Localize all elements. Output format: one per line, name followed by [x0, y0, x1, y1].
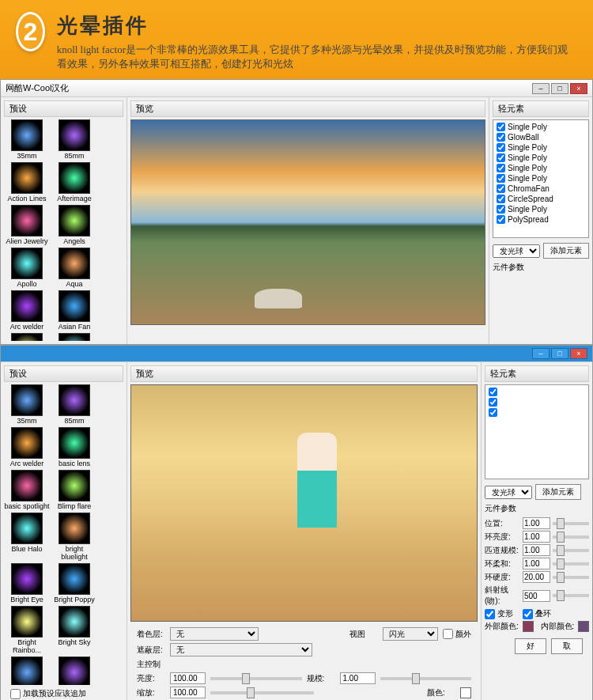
titlebar-1[interactable]: 网酷W-Cool汉化 – □ × — [1, 80, 592, 97]
maximize-icon[interactable]: □ — [551, 348, 568, 359]
preview-image-lake[interactable] — [130, 119, 485, 325]
preset-item[interactable]: basic lens — [51, 427, 97, 468]
elem-checkbox[interactable] — [497, 184, 505, 193]
minimize-icon[interactable]: – — [532, 348, 550, 359]
list-item[interactable] — [487, 407, 587, 418]
rbright-input[interactable] — [523, 531, 550, 543]
preset-item[interactable]: Arc welder — [4, 290, 50, 331]
coloring-layer-select[interactable]: 无 — [170, 627, 259, 641]
preset-item[interactable]: Asian Fan — [51, 290, 97, 331]
ok-button[interactable]: 好 — [515, 638, 546, 654]
elem-checkbox[interactable] — [497, 174, 505, 183]
preview-title: 预览 — [130, 100, 485, 117]
chscale-input[interactable] — [523, 544, 550, 556]
list-item[interactable] — [487, 397, 587, 407]
angle-slider[interactable] — [553, 594, 589, 597]
preset-item[interactable]: 85mm — [51, 384, 97, 426]
mask-layer-select[interactable]: 无 — [170, 643, 312, 656]
preset-item[interactable]: chroma lens 2 — [4, 656, 50, 686]
add-element-button[interactable]: 添加元素 — [535, 484, 581, 500]
rsoft-input[interactable] — [523, 558, 550, 569]
preset-item[interactable]: August — [4, 333, 50, 342]
minimize-icon[interactable]: – — [532, 83, 550, 94]
angle-input[interactable] — [523, 590, 550, 602]
preset-item[interactable]: Bright Poppy — [51, 563, 97, 604]
preset-item[interactable]: Bright Eye — [4, 563, 50, 604]
preset-item[interactable]: Bright Rainbo... — [4, 606, 50, 655]
preset-item[interactable]: Angels — [51, 205, 97, 246]
pos-input[interactable] — [523, 517, 550, 529]
preset-item[interactable]: basic spotlight — [4, 470, 50, 511]
rhard-input[interactable] — [523, 571, 550, 583]
cancel-button[interactable]: 取 — [551, 638, 583, 654]
preset-item[interactable]: Apollo — [4, 248, 50, 289]
elem-checkbox[interactable] — [497, 143, 505, 152]
preset-label: Apollo — [4, 281, 50, 289]
elem-checkbox[interactable] — [497, 123, 505, 131]
list-item[interactable]: Single Poly — [495, 122, 587, 132]
showall-checkbox[interactable]: 颜外 — [443, 629, 471, 640]
view-select[interactable]: 闪光 — [383, 627, 438, 641]
close-icon[interactable]: × — [570, 83, 587, 94]
add-element-button[interactable]: 添加元素 — [543, 243, 589, 259]
list-item[interactable]: CircleSpread — [495, 194, 587, 204]
shrink-input[interactable] — [170, 687, 206, 698]
preset-item[interactable]: Alien Jewelry — [4, 205, 50, 246]
shrink-slider[interactable] — [210, 691, 314, 694]
preset-item[interactable]: Arc welder — [4, 427, 50, 468]
list-item[interactable]: Single Poly — [495, 163, 587, 173]
preset-item[interactable]: Bright Sky — [51, 606, 97, 655]
preset-item[interactable]: bright bluelight — [51, 513, 97, 562]
preset-item[interactable]: 35mm — [4, 384, 50, 426]
elem-checkbox[interactable] — [497, 164, 505, 172]
list-item[interactable]: PolySpread — [495, 214, 587, 225]
list-item[interactable]: GlowBall — [495, 132, 587, 142]
maximize-icon[interactable]: □ — [551, 83, 568, 94]
scale-slider[interactable] — [380, 677, 472, 680]
preset-item[interactable]: Aqua — [51, 248, 97, 289]
elements-list-2[interactable] — [485, 384, 589, 479]
close-icon[interactable]: × — [570, 348, 587, 359]
preset-label: Asian Fan — [51, 324, 97, 331]
chscale-slider[interactable] — [553, 549, 589, 552]
load-preset-checkbox[interactable]: 加载预设应该追加 — [10, 688, 117, 699]
brightness-label: 亮度: — [137, 673, 165, 684]
color-swatch[interactable] — [460, 687, 471, 698]
elements-list-1[interactable]: Single PolyGlowBallSingle PolySingle Pol… — [493, 119, 589, 238]
list-item[interactable]: Single Poly — [495, 153, 587, 163]
preset-item[interactable]: Blimp flare — [51, 470, 97, 511]
preset-item[interactable]: chroma lens — [51, 656, 97, 686]
elem-checkbox[interactable] — [497, 205, 505, 214]
list-item[interactable] — [487, 387, 587, 397]
list-item[interactable]: ChromaFan — [495, 184, 587, 194]
ring-checkbox[interactable]: 叠环 — [523, 608, 558, 619]
rsoft-slider[interactable] — [553, 562, 589, 566]
inner-color-swatch[interactable] — [578, 621, 589, 632]
scale-input[interactable] — [340, 672, 376, 684]
element-type-select[interactable]: 发光球 — [493, 244, 540, 258]
preset-item[interactable]: 85mm — [51, 119, 97, 161]
element-type-select[interactable]: 发光球 — [485, 486, 532, 499]
brightness-input[interactable] — [170, 672, 206, 684]
preset-item[interactable]: Action Lines — [4, 162, 50, 203]
preview-image-beach[interactable] — [130, 384, 478, 622]
preset-thumb — [11, 162, 43, 194]
preset-item[interactable]: Aum — [51, 333, 97, 342]
rbright-slider[interactable] — [553, 535, 589, 539]
brightness-slider[interactable] — [210, 677, 302, 680]
elem-checkbox[interactable] — [497, 133, 505, 142]
elem-checkbox[interactable] — [497, 153, 505, 162]
rhard-slider[interactable] — [553, 576, 589, 579]
preset-item[interactable]: Blue Halo — [4, 513, 50, 562]
deform-checkbox[interactable]: 变形 — [485, 608, 520, 619]
titlebar-2[interactable]: – □ × — [1, 346, 592, 362]
list-item[interactable]: Single Poly — [495, 142, 587, 153]
pos-slider[interactable] — [553, 522, 589, 525]
outer-color-swatch[interactable] — [523, 621, 534, 632]
list-item[interactable]: Single Poly — [495, 204, 587, 214]
preset-item[interactable]: Afterimage — [51, 162, 97, 203]
list-item[interactable]: Single Poly — [495, 173, 587, 184]
preset-item[interactable]: 35mm — [4, 119, 50, 161]
elem-checkbox[interactable] — [497, 195, 505, 203]
elem-checkbox[interactable] — [497, 215, 505, 224]
